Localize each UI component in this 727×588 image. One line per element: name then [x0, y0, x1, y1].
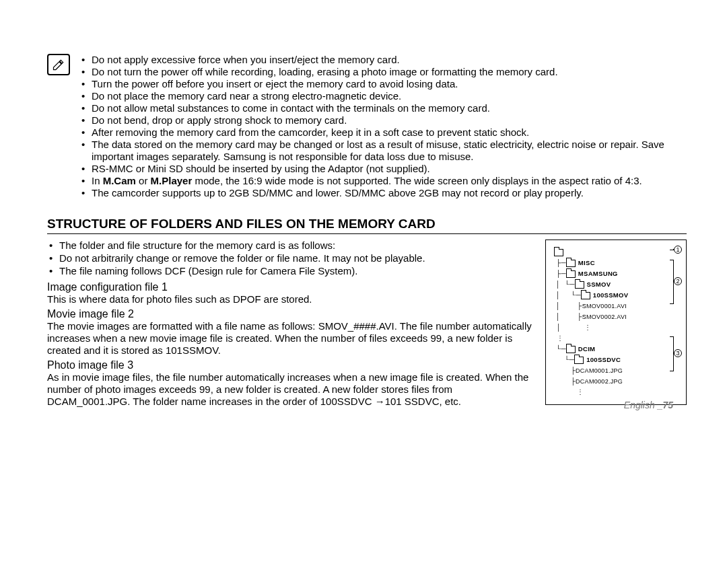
caution-list: Do not apply excessive force when you in…: [79, 54, 687, 199]
caution-item: Do not allow metal substances to come in…: [79, 102, 687, 114]
image-config-text: This is where data for photo files such …: [47, 293, 533, 305]
tree-dcim: DCIM: [578, 344, 595, 355]
intro-list: The folder and file structure for the me…: [47, 240, 533, 277]
image-config-heading: Image configuration file 1: [47, 281, 533, 293]
movie-file-heading: Movie image file 2: [47, 308, 533, 320]
footer-language: English: [624, 400, 655, 410]
callout-3: 3: [674, 349, 682, 357]
tree-smov1: SMOV0001.AVI: [582, 301, 627, 311]
photo-file-heading: Photo image file 3: [47, 359, 533, 371]
manual-page: Do not apply excessive force when you in…: [0, 0, 727, 431]
caution-item: RS-MMC or Mini SD should be inserted by …: [79, 163, 687, 175]
caution-item: The camcorder supports up to 2GB SD/MMC …: [79, 187, 687, 199]
tree-dcam1: DCAM0001.JPG: [576, 365, 623, 376]
page-footer: English _75: [624, 400, 673, 410]
tree-dcam2: DCAM0002.JPG: [576, 376, 623, 387]
tree-misc: MISC: [578, 258, 595, 268]
callout-1: 1: [674, 246, 682, 254]
structure-text: The folder and file structure for the me…: [47, 240, 533, 410]
caution-block: Do not apply excessive force when you in…: [47, 54, 687, 199]
folder-icon: [566, 260, 576, 267]
callout-2: 2: [674, 277, 682, 285]
photo-file-text: As in movie image files, the file number…: [47, 371, 533, 408]
folder-icon: [566, 346, 576, 353]
caution-item: Turn the power off before you insert or …: [79, 78, 687, 90]
intro-item: Do not arbitrarily change or remove the …: [47, 252, 533, 265]
intro-item: The folder and file structure for the me…: [47, 240, 533, 252]
caution-item: Do not turn the power off while recordin…: [79, 66, 687, 78]
folder-tree-diagram: ├─MISC ├─MSAMSUNG │ └─SSMOV │ └─100SSMOV…: [545, 240, 687, 405]
tree-msamsung: MSAMSUNG: [578, 268, 618, 279]
movie-file-text: The movie images are formatted with a fi…: [47, 320, 533, 357]
folder-icon: [554, 249, 563, 256]
caution-item: The data stored on the memory card may b…: [79, 139, 687, 163]
tree-smov2: SMOV0002.AVI: [582, 311, 627, 322]
tree-100ssdvc: 100SSDVC: [586, 355, 621, 365]
folder-icon: [575, 281, 584, 289]
structure-section: The folder and file structure for the me…: [47, 240, 687, 410]
caution-item: After removing the memory card from the …: [79, 126, 687, 139]
folder-icon: [574, 357, 584, 364]
pencil-note-icon: [47, 54, 70, 75]
tree-100ssmov: 100SSMOV: [593, 290, 629, 301]
caution-item: Do not bend, drop or apply strong shock …: [79, 114, 687, 126]
caution-item: Do not apply excessive force when you in…: [79, 54, 687, 66]
caution-item: Do not place the memory card near a stro…: [79, 90, 687, 102]
section-title: STRUCTURE OF FOLDERS AND FILES ON THE ME…: [47, 217, 687, 234]
footer-page-number: _75: [658, 400, 673, 410]
intro-item: The file naming follows DCF (Design rule…: [47, 265, 533, 278]
folder-icon: [581, 292, 590, 299]
tree-ssmov: SSMOV: [587, 279, 611, 290]
caution-item: In M.Cam or M.Player mode, the 16:9 wide…: [79, 175, 687, 187]
folder-icon: [566, 270, 576, 278]
